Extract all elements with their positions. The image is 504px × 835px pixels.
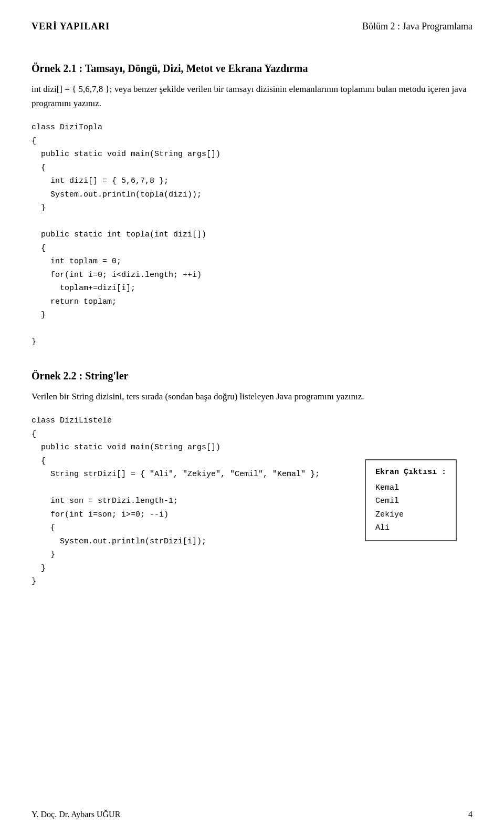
example2-section: Örnek 2.2 : String'ler Verilen bir Strin… [32,370,472,589]
header-right: Bölüm 2 : Java Programlama [362,21,472,32]
page-header: VERİ YAPILARI Bölüm 2 : Java Programlama [32,21,472,36]
example2-description: Verilen bir String dizisini, ters sırada… [32,389,472,404]
example1-section: Örnek 2.1 : Tamsayı, Döngü, Dizi, Metot … [32,63,472,349]
output-label: Ekran Çıktısı : [375,466,446,479]
output-line-1: Kemal [375,481,446,495]
example2-title: Örnek 2.2 : String'ler [32,370,472,382]
example2-code-area: class DiziListele { public static void m… [32,414,472,589]
output-box: Ekran Çıktısı : Kemal Cemil Zekiye Ali [365,459,457,541]
footer-page: 4 [468,810,472,819]
page-footer: Y. Doç. Dr. Aybars UĞUR 4 [0,810,504,819]
example1-code: class DiziTopla { public static void mai… [32,121,472,349]
footer-author: Y. Doç. Dr. Aybars UĞUR [32,810,120,819]
output-line-4: Ali [375,521,446,535]
output-line-3: Zekiye [375,508,446,522]
example1-description: int dizi[] = { 5,6,7,8 }; veya benzer şe… [32,82,472,110]
output-line-2: Cemil [375,494,446,508]
example1-title: Örnek 2.1 : Tamsayı, Döngü, Dizi, Metot … [32,63,472,75]
header-left: VERİ YAPILARI [32,21,110,32]
